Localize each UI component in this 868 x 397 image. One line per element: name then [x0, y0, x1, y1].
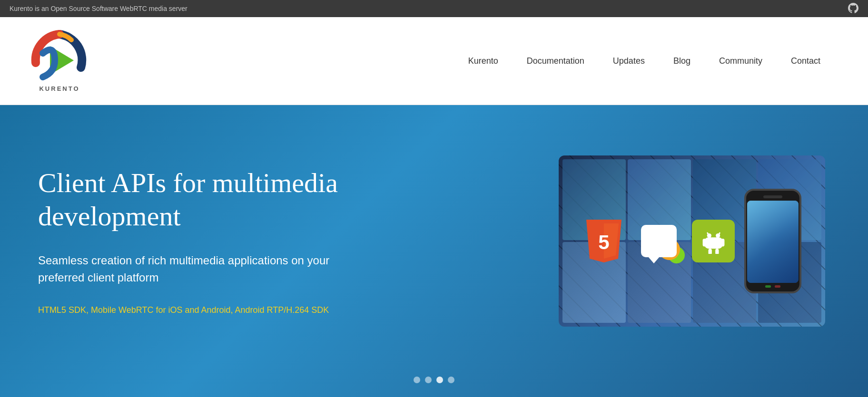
svg-rect-9	[708, 249, 711, 254]
hero-link[interactable]: HTML5 SDK, Mobile WebRTC for iOS and And…	[38, 305, 329, 315]
github-link[interactable]	[848, 3, 858, 15]
hero-section: Client APIs for multimedia development S…	[0, 105, 868, 397]
phone-mockup	[744, 189, 801, 293]
hero-content: Client APIs for multimedia development S…	[0, 105, 868, 367]
top-bar: Kurento is an Open Source Software WebRT…	[0, 0, 868, 17]
logo-area[interactable]: KURENTO	[29, 29, 90, 92]
hero-title: Client APIs for multimedia development	[38, 166, 371, 232]
svg-rect-10	[715, 249, 719, 254]
svg-rect-8	[721, 239, 724, 247]
dot-3[interactable]	[436, 377, 443, 383]
hero-text: Client APIs for multimedia development S…	[38, 166, 371, 315]
tech-icons-row: 5	[582, 189, 801, 293]
hero-image: 5	[559, 155, 825, 327]
main-nav: Kurento Documentation Updates Blog Commu…	[468, 56, 839, 66]
nav-community[interactable]: Community	[719, 56, 762, 66]
android-icon	[692, 220, 735, 262]
html5-icon: 5	[582, 220, 625, 262]
github-icon	[848, 3, 858, 13]
svg-text:5: 5	[598, 231, 609, 253]
dot-2[interactable]	[425, 377, 432, 383]
hero-subtitle: Seamless creation of rich multimedia app…	[38, 252, 371, 286]
logo-text: KURENTO	[39, 85, 79, 92]
kurento-logo-svg	[29, 29, 90, 84]
nav-blog[interactable]: Blog	[673, 56, 690, 66]
nav-updates[interactable]: Updates	[613, 56, 645, 66]
hero-image-area: 5	[554, 155, 830, 327]
svg-rect-7	[702, 239, 706, 247]
dot-1[interactable]	[414, 377, 420, 383]
chat-icon-group	[635, 220, 682, 262]
nav-contact[interactable]: Contact	[791, 56, 820, 66]
site-header: KURENTO Kurento Documentation Updates Bl…	[0, 17, 868, 105]
nav-kurento[interactable]: Kurento	[468, 56, 498, 66]
dot-4[interactable]	[448, 377, 454, 383]
nav-documentation[interactable]: Documentation	[527, 56, 584, 66]
carousel-dots	[0, 367, 868, 397]
svg-rect-6	[705, 237, 722, 249]
top-bar-tagline: Kurento is an Open Source Software WebRT…	[10, 5, 187, 12]
